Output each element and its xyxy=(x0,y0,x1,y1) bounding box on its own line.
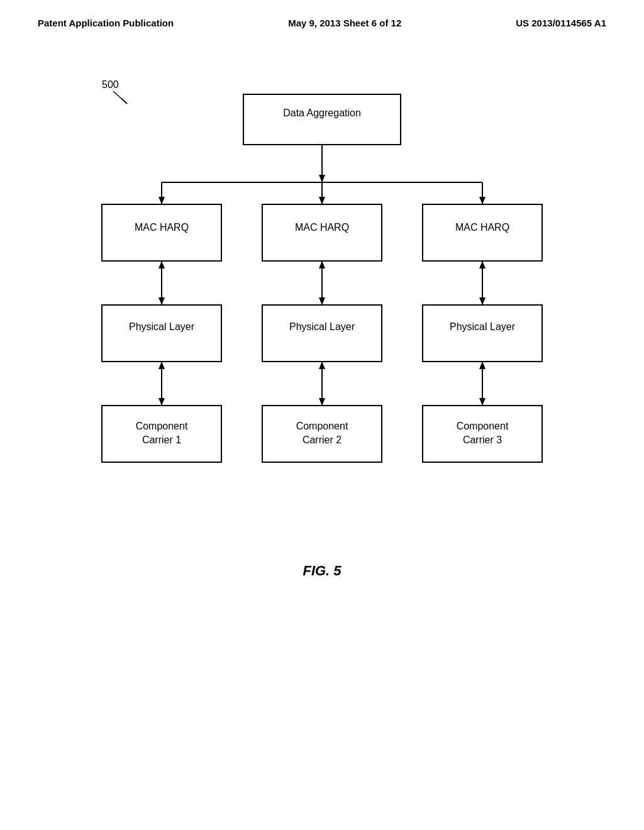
figure-number: 500 xyxy=(102,79,119,90)
component-carrier-2-label-line2: Carrier 2 xyxy=(303,434,341,445)
component-carrier-2-label-line1: Component xyxy=(296,421,348,431)
mac-harq-3-label: MAC HARQ xyxy=(455,222,509,233)
physical-layer-1-label-line1: Physical Layer xyxy=(129,321,195,332)
svg-marker-12 xyxy=(158,297,165,305)
data-aggregation-box xyxy=(243,94,401,145)
diagram-svg: 500 Data Aggregation MAC HARQ MAC HARQ M… xyxy=(64,60,580,550)
svg-marker-19 xyxy=(479,261,486,268)
svg-marker-24 xyxy=(319,398,325,406)
svg-marker-13 xyxy=(158,261,165,268)
mac-harq-3-box xyxy=(423,204,542,261)
svg-marker-3 xyxy=(319,175,325,182)
svg-marker-18 xyxy=(479,297,486,305)
component-carrier-1-label-line1: Component xyxy=(136,421,188,431)
diagram-container: 500 Data Aggregation MAC HARQ MAC HARQ M… xyxy=(0,60,644,550)
mac-harq-1-label: MAC HARQ xyxy=(135,222,189,233)
svg-marker-25 xyxy=(319,362,325,369)
component-carrier-3-label-line1: Component xyxy=(457,421,509,431)
mac-harq-1-box xyxy=(102,204,221,261)
svg-marker-22 xyxy=(158,362,165,369)
header-left: Patent Application Publication xyxy=(38,18,174,28)
page-header: Patent Application Publication May 9, 20… xyxy=(0,0,644,35)
header-right: US 2013/0114565 A1 xyxy=(516,18,606,28)
svg-marker-10 xyxy=(479,197,486,204)
physical-layer-3-box xyxy=(423,305,542,362)
svg-marker-16 xyxy=(319,261,325,268)
figure-label: FIG. 5 xyxy=(0,563,644,579)
header-middle: May 9, 2013 Sheet 6 of 12 xyxy=(288,18,401,28)
svg-marker-28 xyxy=(479,362,486,369)
mac-harq-2-label: MAC HARQ xyxy=(295,222,349,233)
svg-marker-27 xyxy=(479,398,486,406)
physical-layer-3-label-line1: Physical Layer xyxy=(450,321,516,332)
physical-layer-2-box xyxy=(262,305,382,362)
component-carrier-1-box xyxy=(102,406,221,462)
component-carrier-3-box xyxy=(423,406,542,462)
svg-line-1 xyxy=(122,99,127,104)
svg-marker-15 xyxy=(319,297,325,305)
component-carrier-2-box xyxy=(262,406,382,462)
physical-layer-2-label-line1: Physical Layer xyxy=(289,321,355,332)
component-carrier-1-label-line2: Carrier 1 xyxy=(142,434,181,445)
component-carrier-3-label-line2: Carrier 3 xyxy=(463,434,502,445)
data-aggregation-label: Data Aggregation xyxy=(283,108,361,118)
svg-marker-8 xyxy=(319,197,325,204)
mac-harq-2-box xyxy=(262,204,382,261)
svg-marker-6 xyxy=(158,197,165,204)
physical-layer-1-box xyxy=(102,305,221,362)
svg-marker-21 xyxy=(158,398,165,406)
